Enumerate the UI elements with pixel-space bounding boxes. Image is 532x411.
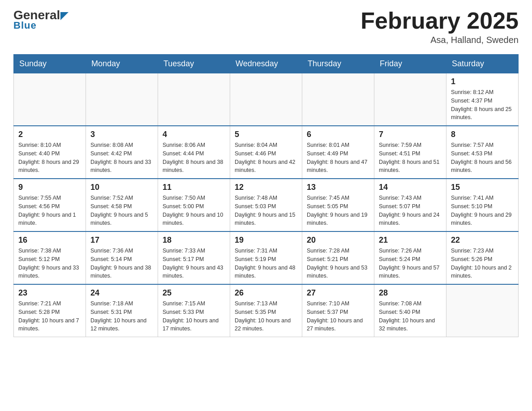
calendar-cell: 17Sunrise: 7:36 AMSunset: 5:14 PMDayligh… bbox=[86, 231, 158, 284]
day-info: Sunrise: 8:08 AMSunset: 4:42 PMDaylight:… bbox=[90, 141, 153, 175]
day-info: Sunrise: 7:18 AMSunset: 5:31 PMDaylight:… bbox=[90, 300, 153, 333]
calendar-cell: 20Sunrise: 7:28 AMSunset: 5:21 PMDayligh… bbox=[302, 231, 374, 284]
day-info: Sunrise: 7:26 AMSunset: 5:24 PMDaylight:… bbox=[379, 247, 442, 280]
calendar-cell bbox=[302, 73, 374, 126]
day-number: 9 bbox=[18, 183, 81, 192]
day-info: Sunrise: 8:10 AMSunset: 4:40 PMDaylight:… bbox=[18, 141, 81, 175]
calendar-week-row: 16Sunrise: 7:38 AMSunset: 5:12 PMDayligh… bbox=[14, 231, 519, 284]
day-info: Sunrise: 7:36 AMSunset: 5:14 PMDaylight:… bbox=[90, 247, 153, 280]
calendar-header-row: Sunday Monday Tuesday Wednesday Thursday… bbox=[14, 55, 519, 73]
calendar-cell: 11Sunrise: 7:50 AMSunset: 5:00 PMDayligh… bbox=[158, 179, 230, 231]
page-header: General Blue February 2025 Asa, Halland,… bbox=[13, 9, 519, 45]
day-number: 24 bbox=[90, 288, 153, 298]
day-number: 15 bbox=[451, 183, 514, 192]
calendar-week-row: 1Sunrise: 8:12 AMSunset: 4:37 PMDaylight… bbox=[14, 73, 519, 126]
day-info: Sunrise: 7:23 AMSunset: 5:26 PMDaylight:… bbox=[451, 247, 514, 280]
col-sunday: Sunday bbox=[14, 55, 86, 73]
calendar-cell: 8Sunrise: 7:57 AMSunset: 4:53 PMDaylight… bbox=[446, 126, 519, 179]
day-info: Sunrise: 7:43 AMSunset: 5:07 PMDaylight:… bbox=[379, 194, 442, 227]
day-info: Sunrise: 7:45 AMSunset: 5:05 PMDaylight:… bbox=[307, 194, 369, 227]
logo: General Blue bbox=[13, 9, 69, 31]
title-area: February 2025 Asa, Halland, Sweden bbox=[360, 9, 519, 45]
col-monday: Monday bbox=[86, 55, 158, 73]
day-number: 8 bbox=[451, 130, 514, 139]
calendar-cell bbox=[230, 73, 302, 126]
day-info: Sunrise: 7:50 AMSunset: 5:00 PMDaylight:… bbox=[163, 194, 225, 227]
calendar-week-row: 9Sunrise: 7:55 AMSunset: 4:56 PMDaylight… bbox=[14, 179, 519, 231]
calendar-table: Sunday Monday Tuesday Wednesday Thursday… bbox=[13, 54, 519, 337]
calendar-cell: 14Sunrise: 7:43 AMSunset: 5:07 PMDayligh… bbox=[374, 179, 446, 231]
calendar-cell: 16Sunrise: 7:38 AMSunset: 5:12 PMDayligh… bbox=[14, 231, 86, 284]
calendar-cell: 19Sunrise: 7:31 AMSunset: 5:19 PMDayligh… bbox=[230, 231, 302, 284]
col-thursday: Thursday bbox=[302, 55, 374, 73]
day-info: Sunrise: 7:52 AMSunset: 4:58 PMDaylight:… bbox=[90, 194, 153, 227]
day-number: 19 bbox=[235, 235, 297, 245]
day-number: 18 bbox=[163, 235, 225, 245]
col-wednesday: Wednesday bbox=[230, 55, 302, 73]
calendar-cell: 13Sunrise: 7:45 AMSunset: 5:05 PMDayligh… bbox=[302, 179, 374, 231]
month-title: February 2025 bbox=[360, 9, 519, 32]
day-number: 20 bbox=[307, 235, 369, 245]
calendar-cell: 12Sunrise: 7:48 AMSunset: 5:03 PMDayligh… bbox=[230, 179, 302, 231]
day-number: 28 bbox=[379, 288, 442, 298]
calendar-cell: 21Sunrise: 7:26 AMSunset: 5:24 PMDayligh… bbox=[374, 231, 446, 284]
calendar-cell bbox=[158, 73, 230, 126]
day-number: 17 bbox=[90, 235, 153, 245]
calendar-cell: 7Sunrise: 7:59 AMSunset: 4:51 PMDaylight… bbox=[374, 126, 446, 179]
logo-blue: Blue bbox=[13, 20, 37, 31]
col-friday: Friday bbox=[374, 55, 446, 73]
calendar-cell bbox=[14, 73, 86, 126]
day-info: Sunrise: 7:55 AMSunset: 4:56 PMDaylight:… bbox=[18, 194, 81, 227]
calendar-cell: 2Sunrise: 8:10 AMSunset: 4:40 PMDaylight… bbox=[14, 126, 86, 179]
day-info: Sunrise: 7:10 AMSunset: 5:37 PMDaylight:… bbox=[307, 300, 369, 333]
day-number: 1 bbox=[451, 77, 514, 86]
day-info: Sunrise: 7:13 AMSunset: 5:35 PMDaylight:… bbox=[235, 300, 297, 333]
day-number: 10 bbox=[90, 183, 153, 192]
day-info: Sunrise: 8:01 AMSunset: 4:49 PMDaylight:… bbox=[307, 141, 369, 175]
day-info: Sunrise: 7:38 AMSunset: 5:12 PMDaylight:… bbox=[18, 247, 81, 280]
day-info: Sunrise: 7:41 AMSunset: 5:10 PMDaylight:… bbox=[451, 194, 514, 227]
calendar-cell: 26Sunrise: 7:13 AMSunset: 5:35 PMDayligh… bbox=[230, 284, 302, 337]
day-number: 26 bbox=[235, 288, 297, 298]
day-info: Sunrise: 8:04 AMSunset: 4:46 PMDaylight:… bbox=[235, 141, 297, 175]
calendar-cell: 5Sunrise: 8:04 AMSunset: 4:46 PMDaylight… bbox=[230, 126, 302, 179]
calendar-cell: 18Sunrise: 7:33 AMSunset: 5:17 PMDayligh… bbox=[158, 231, 230, 284]
day-info: Sunrise: 7:59 AMSunset: 4:51 PMDaylight:… bbox=[379, 141, 442, 175]
calendar-cell: 24Sunrise: 7:18 AMSunset: 5:31 PMDayligh… bbox=[86, 284, 158, 337]
day-number: 2 bbox=[18, 130, 81, 139]
day-number: 4 bbox=[163, 130, 225, 139]
day-info: Sunrise: 7:48 AMSunset: 5:03 PMDaylight:… bbox=[235, 194, 297, 227]
calendar-cell: 15Sunrise: 7:41 AMSunset: 5:10 PMDayligh… bbox=[446, 179, 519, 231]
location: Asa, Halland, Sweden bbox=[360, 35, 519, 45]
calendar-cell: 28Sunrise: 7:08 AMSunset: 5:40 PMDayligh… bbox=[374, 284, 446, 337]
day-number: 3 bbox=[90, 130, 153, 139]
day-number: 11 bbox=[163, 183, 225, 192]
day-number: 25 bbox=[163, 288, 225, 298]
day-info: Sunrise: 7:21 AMSunset: 5:28 PMDaylight:… bbox=[18, 300, 81, 333]
calendar-cell bbox=[86, 73, 158, 126]
calendar-cell: 4Sunrise: 8:06 AMSunset: 4:44 PMDaylight… bbox=[158, 126, 230, 179]
calendar-cell: 27Sunrise: 7:10 AMSunset: 5:37 PMDayligh… bbox=[302, 284, 374, 337]
calendar-week-row: 23Sunrise: 7:21 AMSunset: 5:28 PMDayligh… bbox=[14, 284, 519, 337]
day-info: Sunrise: 8:12 AMSunset: 4:37 PMDaylight:… bbox=[451, 88, 514, 122]
day-info: Sunrise: 7:31 AMSunset: 5:19 PMDaylight:… bbox=[235, 247, 297, 280]
day-number: 6 bbox=[307, 130, 369, 139]
day-number: 27 bbox=[307, 288, 369, 298]
day-info: Sunrise: 8:06 AMSunset: 4:44 PMDaylight:… bbox=[163, 141, 225, 175]
day-info: Sunrise: 7:28 AMSunset: 5:21 PMDaylight:… bbox=[307, 247, 369, 280]
calendar-week-row: 2Sunrise: 8:10 AMSunset: 4:40 PMDaylight… bbox=[14, 126, 519, 179]
calendar-cell: 3Sunrise: 8:08 AMSunset: 4:42 PMDaylight… bbox=[86, 126, 158, 179]
calendar-cell bbox=[446, 284, 519, 337]
calendar-cell: 23Sunrise: 7:21 AMSunset: 5:28 PMDayligh… bbox=[14, 284, 86, 337]
day-info: Sunrise: 7:15 AMSunset: 5:33 PMDaylight:… bbox=[163, 300, 225, 333]
col-tuesday: Tuesday bbox=[158, 55, 230, 73]
calendar-cell bbox=[374, 73, 446, 126]
day-number: 22 bbox=[451, 235, 514, 245]
day-number: 7 bbox=[379, 130, 442, 139]
day-info: Sunrise: 7:57 AMSunset: 4:53 PMDaylight:… bbox=[451, 141, 514, 175]
day-info: Sunrise: 7:33 AMSunset: 5:17 PMDaylight:… bbox=[163, 247, 225, 280]
day-number: 13 bbox=[307, 183, 369, 192]
day-number: 16 bbox=[18, 235, 81, 245]
day-number: 5 bbox=[235, 130, 297, 139]
calendar-cell: 1Sunrise: 8:12 AMSunset: 4:37 PMDaylight… bbox=[446, 73, 519, 126]
